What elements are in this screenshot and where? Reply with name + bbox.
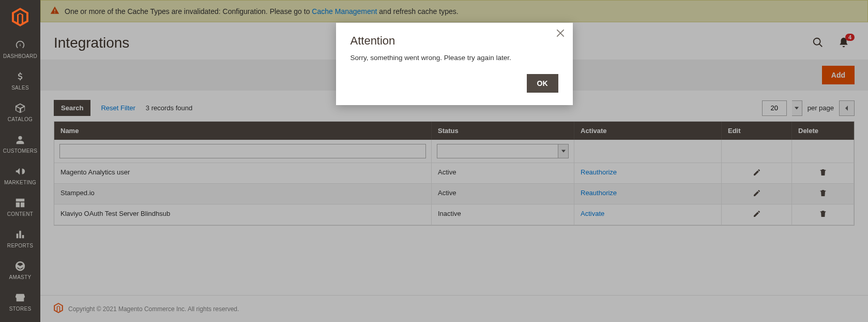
storefront-icon bbox=[14, 291, 26, 304]
nav-label: MARKETING bbox=[4, 180, 36, 185]
person-icon bbox=[14, 134, 26, 146]
nav-content[interactable]: CONTENT bbox=[0, 192, 40, 223]
nav-customers[interactable]: CUSTOMERS bbox=[0, 128, 40, 160]
modal-ok-button[interactable]: OK bbox=[527, 74, 558, 93]
amasty-icon bbox=[14, 260, 26, 272]
modal-close-button[interactable] bbox=[555, 28, 566, 40]
nav-label: REPORTS bbox=[7, 243, 33, 248]
nav-amasty[interactable]: AMASTY bbox=[0, 255, 40, 286]
modal-body-text: Sorry, something went wrong. Please try … bbox=[351, 54, 558, 62]
gauge-icon bbox=[14, 39, 26, 51]
nav-dashboard[interactable]: DASHBOARD bbox=[0, 34, 40, 65]
nav-stores[interactable]: STORES bbox=[0, 286, 40, 318]
nav-label: SALES bbox=[11, 85, 29, 91]
main-content: One or more of the Cache Types are inval… bbox=[40, 0, 868, 322]
nav-reports[interactable]: REPORTS bbox=[0, 223, 40, 255]
box-icon bbox=[14, 102, 26, 114]
close-icon bbox=[555, 28, 566, 38]
nav-label: CATALOG bbox=[8, 116, 33, 122]
nav-label: AMASTY bbox=[9, 274, 32, 280]
layout-icon bbox=[14, 197, 26, 209]
modal-overlay: Attention Sorry, something went wrong. P… bbox=[40, 0, 868, 322]
sidebar: DASHBOARD SALES CATALOG CUSTOMERS MARKET… bbox=[0, 0, 40, 322]
dollar-icon bbox=[14, 70, 26, 83]
nav-label: STORES bbox=[9, 306, 32, 312]
magento-logo[interactable] bbox=[0, 0, 40, 34]
nav-marketing[interactable]: MARKETING bbox=[0, 160, 40, 192]
nav-label: CUSTOMERS bbox=[3, 148, 37, 154]
bars-icon bbox=[14, 228, 26, 241]
modal-title: Attention bbox=[351, 34, 558, 48]
attention-modal: Attention Sorry, something went wrong. P… bbox=[336, 23, 573, 105]
nav-label: DASHBOARD bbox=[3, 53, 37, 59]
nav-sales[interactable]: SALES bbox=[0, 65, 40, 97]
nav-label: CONTENT bbox=[7, 211, 33, 217]
nav-catalog[interactable]: CATALOG bbox=[0, 97, 40, 128]
megaphone-icon bbox=[14, 165, 26, 178]
